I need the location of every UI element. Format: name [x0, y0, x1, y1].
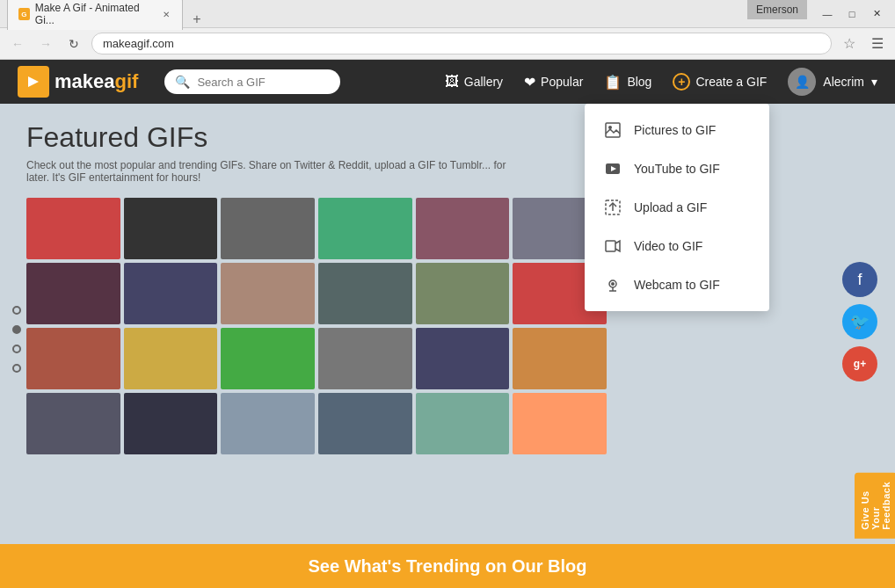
- video-icon: [602, 236, 623, 257]
- logo[interactable]: makeagif: [18, 66, 138, 98]
- googleplus-label: g+: [854, 358, 866, 370]
- blog-banner[interactable]: See What's Trending on Our Blog: [0, 544, 895, 588]
- gif-item[interactable]: [124, 393, 218, 454]
- gif-item[interactable]: [26, 393, 120, 454]
- gif-item[interactable]: [221, 328, 315, 389]
- slider-dot-3[interactable]: [12, 345, 21, 353]
- maximize-button[interactable]: □: [840, 6, 863, 22]
- gif-item[interactable]: [221, 393, 315, 454]
- gif-item[interactable]: [221, 263, 315, 324]
- facebook-icon[interactable]: f: [842, 262, 877, 297]
- upload-gif-label: Upload a GIF: [634, 200, 707, 214]
- user-name: Alecrim: [823, 75, 864, 89]
- gif-item[interactable]: [513, 393, 607, 454]
- main-nav: makeagif 🔍 🖼 Gallery ❤ Popular 📋 Blog + …: [0, 60, 895, 104]
- youtube-icon: [602, 158, 623, 179]
- back-button[interactable]: ←: [7, 33, 28, 54]
- gif-item[interactable]: [124, 263, 218, 324]
- gif-item[interactable]: [221, 198, 315, 259]
- gif-item[interactable]: [124, 328, 218, 389]
- video-to-gif-label: Video to GIF: [634, 239, 702, 253]
- youtube-to-gif-item[interactable]: YouTube to GIF: [585, 149, 769, 188]
- popular-label: Popular: [541, 75, 583, 89]
- user-badge: Emerson: [747, 0, 807, 19]
- webcam-to-gif-label: Webcam to GIF: [634, 278, 720, 292]
- video-to-gif-item[interactable]: Video to GIF: [585, 227, 769, 265]
- gif-item[interactable]: [318, 328, 412, 389]
- forward-button[interactable]: →: [35, 33, 56, 54]
- tab-title: Make A Gif - Animated Gi...: [35, 2, 151, 26]
- logo-icon: [18, 66, 49, 98]
- social-icons: f 🐦 g+: [842, 262, 877, 381]
- gif-item[interactable]: [26, 198, 120, 259]
- gif-item[interactable]: [318, 393, 412, 454]
- browser-tab[interactable]: G Make A Gif - Animated Gi... ✕: [7, 0, 183, 30]
- gif-item[interactable]: [416, 393, 510, 454]
- gif-item[interactable]: [26, 328, 120, 389]
- webcam-icon: [602, 274, 623, 295]
- create-icon: +: [673, 73, 690, 91]
- gallery-link[interactable]: 🖼 Gallery: [445, 74, 503, 90]
- window-controls: — □ ✕: [816, 6, 888, 22]
- create-dropdown-menu: Pictures to GIF YouTube to GIF Upload a …: [585, 104, 769, 311]
- blog-banner-label: See What's Trending on Our Blog: [309, 556, 587, 577]
- gallery-label: Gallery: [464, 75, 503, 89]
- featured-desc: Check out the most popular and trending …: [26, 159, 510, 184]
- gif-item[interactable]: [416, 263, 510, 324]
- popular-icon: ❤: [524, 74, 535, 91]
- titlebar: G Make A Gif - Animated Gi... ✕ + Emerso…: [0, 0, 895, 28]
- minimize-button[interactable]: —: [816, 6, 839, 22]
- popular-link[interactable]: ❤ Popular: [524, 74, 583, 91]
- pictures-to-gif-label: Pictures to GIF: [634, 123, 716, 137]
- gif-item[interactable]: [416, 328, 510, 389]
- refresh-button[interactable]: ↻: [63, 33, 84, 54]
- create-gif-link[interactable]: + Create a GIF: [673, 73, 767, 91]
- gif-item[interactable]: [318, 263, 412, 324]
- upload-icon: [602, 197, 623, 218]
- gif-item[interactable]: [513, 328, 607, 389]
- feedback-label: Give Us Your Feedback: [860, 482, 891, 530]
- new-tab-button[interactable]: +: [186, 9, 207, 30]
- facebook-label: f: [857, 271, 862, 289]
- gif-grid: [26, 198, 607, 454]
- bookmark-button[interactable]: ☆: [839, 33, 860, 54]
- search-icon: 🔍: [175, 75, 190, 89]
- search-input[interactable]: [197, 76, 330, 89]
- webcam-to-gif-item[interactable]: Webcam to GIF: [585, 265, 769, 304]
- tab-close-button[interactable]: ✕: [160, 8, 171, 20]
- gif-item[interactable]: [26, 263, 120, 324]
- addressbar: ← → ↻ ☆ ☰: [0, 28, 895, 60]
- twitter-icon[interactable]: 🐦: [842, 304, 877, 339]
- url-bar[interactable]: [91, 33, 832, 54]
- feedback-tab[interactable]: Give Us Your Feedback: [855, 473, 895, 539]
- user-badge-name: Emerson: [756, 4, 798, 16]
- user-dropdown-arrow: ▾: [871, 75, 877, 89]
- user-area[interactable]: 👤 Alecrim ▾: [788, 68, 877, 96]
- youtube-to-gif-label: YouTube to GIF: [634, 162, 720, 176]
- svg-marker-0: [28, 76, 39, 87]
- search-bar-container: 🔍: [164, 69, 340, 94]
- avatar: 👤: [788, 68, 816, 96]
- menu-button[interactable]: ☰: [867, 33, 888, 54]
- googleplus-icon[interactable]: g+: [842, 346, 877, 381]
- slider-dot-2[interactable]: [12, 325, 21, 334]
- blog-link[interactable]: 📋 Blog: [604, 74, 651, 91]
- gallery-icon: 🖼: [445, 74, 459, 90]
- blog-label: Blog: [627, 75, 651, 89]
- svg-rect-7: [606, 241, 615, 251]
- pictures-icon: [602, 120, 623, 141]
- slider-dot-1[interactable]: [12, 306, 21, 315]
- tab-favicon: G: [18, 8, 30, 20]
- logo-text: makeagif: [55, 70, 138, 93]
- blog-icon: 📋: [604, 74, 622, 91]
- close-button[interactable]: ✕: [865, 6, 888, 22]
- create-label: Create a GIF: [695, 75, 767, 89]
- slider-dot-4[interactable]: [12, 364, 21, 373]
- slider-dots: [12, 306, 21, 373]
- twitter-label: 🐦: [850, 312, 870, 331]
- gif-item[interactable]: [318, 198, 412, 259]
- gif-item[interactable]: [124, 198, 218, 259]
- gif-item[interactable]: [416, 198, 510, 259]
- pictures-to-gif-item[interactable]: Pictures to GIF: [585, 111, 769, 149]
- upload-gif-item[interactable]: Upload a GIF: [585, 188, 769, 227]
